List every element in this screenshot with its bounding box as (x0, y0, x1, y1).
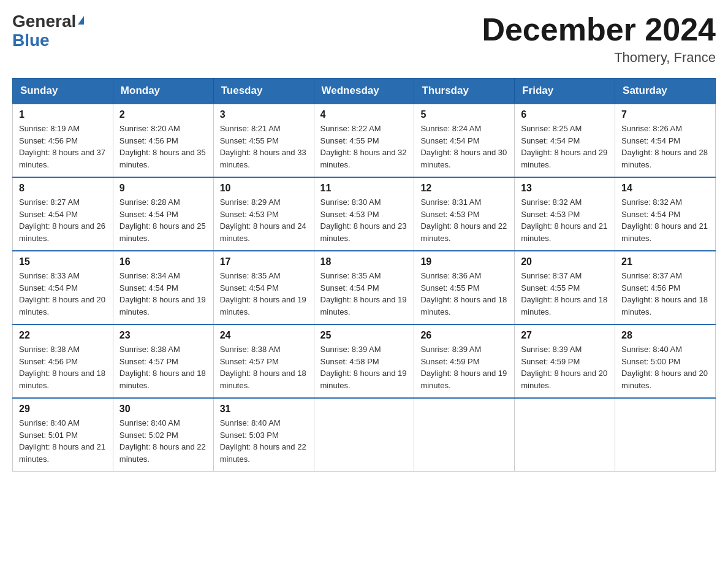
day-info: Sunrise: 8:37 AMSunset: 4:56 PMDaylight:… (621, 271, 708, 316)
logo-triangle-icon (78, 16, 84, 25)
table-row: 22 Sunrise: 8:38 AMSunset: 4:56 PMDaylig… (13, 324, 113, 398)
calendar-week-row: 15 Sunrise: 8:33 AMSunset: 4:54 PMDaylig… (13, 251, 716, 324)
day-number: 25 (320, 330, 408, 341)
day-number: 1 (19, 109, 107, 120)
col-thursday: Thursday (414, 79, 515, 104)
day-info: Sunrise: 8:37 AMSunset: 4:55 PMDaylight:… (521, 271, 607, 316)
table-row: 13 Sunrise: 8:32 AMSunset: 4:53 PMDaylig… (515, 177, 615, 251)
day-number: 6 (521, 109, 609, 120)
table-row: 8 Sunrise: 8:27 AMSunset: 4:54 PMDayligh… (13, 177, 113, 251)
day-number: 3 (220, 109, 308, 120)
day-number: 15 (19, 256, 107, 267)
day-number: 26 (420, 330, 508, 341)
table-row: 27 Sunrise: 8:39 AMSunset: 4:59 PMDaylig… (515, 324, 615, 398)
table-row: 23 Sunrise: 8:38 AMSunset: 4:57 PMDaylig… (113, 324, 213, 398)
table-row: 2 Sunrise: 8:20 AMSunset: 4:56 PMDayligh… (113, 104, 213, 177)
day-number: 30 (119, 404, 207, 415)
location-subtitle: Thomery, France (482, 50, 716, 66)
day-info: Sunrise: 8:40 AMSunset: 5:02 PMDaylight:… (119, 418, 206, 464)
table-row: 26 Sunrise: 8:39 AMSunset: 4:59 PMDaylig… (414, 324, 515, 398)
table-row: 4 Sunrise: 8:22 AMSunset: 4:55 PMDayligh… (314, 104, 414, 177)
table-row: 11 Sunrise: 8:30 AMSunset: 4:53 PMDaylig… (314, 177, 414, 251)
table-row (515, 398, 615, 472)
page-header: General Blue December 2024 Thomery, Fran… (12, 12, 716, 66)
day-number: 11 (320, 183, 408, 194)
table-row: 24 Sunrise: 8:38 AMSunset: 4:57 PMDaylig… (213, 324, 314, 398)
day-info: Sunrise: 8:29 AMSunset: 4:53 PMDaylight:… (220, 197, 306, 243)
day-info: Sunrise: 8:25 AMSunset: 4:54 PMDaylight:… (521, 124, 607, 169)
calendar-week-row: 1 Sunrise: 8:19 AMSunset: 4:56 PMDayligh… (13, 104, 716, 177)
day-number: 18 (320, 256, 408, 267)
day-info: Sunrise: 8:19 AMSunset: 4:56 PMDaylight:… (19, 124, 105, 169)
col-tuesday: Tuesday (213, 79, 314, 104)
table-row: 3 Sunrise: 8:21 AMSunset: 4:55 PMDayligh… (213, 104, 314, 177)
logo-text: General Blue (12, 12, 84, 50)
col-wednesday: Wednesday (314, 79, 414, 104)
table-row: 19 Sunrise: 8:36 AMSunset: 4:55 PMDaylig… (414, 251, 515, 324)
day-number: 13 (521, 183, 609, 194)
day-info: Sunrise: 8:20 AMSunset: 4:56 PMDaylight:… (119, 124, 206, 169)
day-info: Sunrise: 8:33 AMSunset: 4:54 PMDaylight:… (19, 271, 105, 316)
day-number: 20 (521, 256, 609, 267)
day-info: Sunrise: 8:35 AMSunset: 4:54 PMDaylight:… (320, 271, 407, 316)
day-info: Sunrise: 8:30 AMSunset: 4:53 PMDaylight:… (320, 197, 407, 243)
table-row: 14 Sunrise: 8:32 AMSunset: 4:54 PMDaylig… (615, 177, 716, 251)
month-year-title: December 2024 (482, 12, 716, 47)
table-row: 17 Sunrise: 8:35 AMSunset: 4:54 PMDaylig… (213, 251, 314, 324)
day-number: 4 (320, 109, 408, 120)
day-info: Sunrise: 8:38 AMSunset: 4:57 PMDaylight:… (220, 345, 306, 390)
table-row: 16 Sunrise: 8:34 AMSunset: 4:54 PMDaylig… (113, 251, 213, 324)
day-number: 16 (119, 256, 207, 267)
day-number: 19 (420, 256, 508, 267)
calendar-header-row: Sunday Monday Tuesday Wednesday Thursday… (13, 79, 716, 104)
day-info: Sunrise: 8:38 AMSunset: 4:57 PMDaylight:… (119, 345, 206, 390)
day-number: 24 (220, 330, 308, 341)
table-row: 29 Sunrise: 8:40 AMSunset: 5:01 PMDaylig… (13, 398, 113, 472)
day-number: 9 (119, 183, 207, 194)
table-row: 28 Sunrise: 8:40 AMSunset: 5:00 PMDaylig… (615, 324, 716, 398)
day-number: 17 (220, 256, 308, 267)
day-info: Sunrise: 8:26 AMSunset: 4:54 PMDaylight:… (621, 124, 708, 169)
calendar-table: Sunday Monday Tuesday Wednesday Thursday… (12, 78, 716, 472)
table-row: 20 Sunrise: 8:37 AMSunset: 4:55 PMDaylig… (515, 251, 615, 324)
day-info: Sunrise: 8:34 AMSunset: 4:54 PMDaylight:… (119, 271, 206, 316)
table-row (414, 398, 515, 472)
table-row: 30 Sunrise: 8:40 AMSunset: 5:02 PMDaylig… (113, 398, 213, 472)
day-number: 23 (119, 330, 207, 341)
table-row: 1 Sunrise: 8:19 AMSunset: 4:56 PMDayligh… (13, 104, 113, 177)
table-row: 12 Sunrise: 8:31 AMSunset: 4:53 PMDaylig… (414, 177, 515, 251)
calendar-week-row: 22 Sunrise: 8:38 AMSunset: 4:56 PMDaylig… (13, 324, 716, 398)
day-info: Sunrise: 8:27 AMSunset: 4:54 PMDaylight:… (19, 197, 105, 243)
table-row (615, 398, 716, 472)
table-row: 5 Sunrise: 8:24 AMSunset: 4:54 PMDayligh… (414, 104, 515, 177)
day-number: 31 (220, 404, 308, 415)
day-number: 2 (119, 109, 207, 120)
table-row: 6 Sunrise: 8:25 AMSunset: 4:54 PMDayligh… (515, 104, 615, 177)
day-info: Sunrise: 8:40 AMSunset: 5:01 PMDaylight:… (19, 418, 105, 464)
table-row: 15 Sunrise: 8:33 AMSunset: 4:54 PMDaylig… (13, 251, 113, 324)
table-row: 18 Sunrise: 8:35 AMSunset: 4:54 PMDaylig… (314, 251, 414, 324)
day-info: Sunrise: 8:31 AMSunset: 4:53 PMDaylight:… (420, 197, 507, 243)
day-info: Sunrise: 8:24 AMSunset: 4:54 PMDaylight:… (420, 124, 507, 169)
day-number: 12 (420, 183, 508, 194)
calendar-week-row: 8 Sunrise: 8:27 AMSunset: 4:54 PMDayligh… (13, 177, 716, 251)
table-row: 10 Sunrise: 8:29 AMSunset: 4:53 PMDaylig… (213, 177, 314, 251)
day-number: 28 (621, 330, 709, 341)
day-number: 5 (420, 109, 508, 120)
table-row: 31 Sunrise: 8:40 AMSunset: 5:03 PMDaylig… (213, 398, 314, 472)
day-number: 10 (220, 183, 308, 194)
day-info: Sunrise: 8:32 AMSunset: 4:53 PMDaylight:… (521, 197, 607, 243)
day-info: Sunrise: 8:39 AMSunset: 4:59 PMDaylight:… (420, 345, 507, 390)
day-info: Sunrise: 8:39 AMSunset: 4:58 PMDaylight:… (320, 345, 407, 390)
table-row: 21 Sunrise: 8:37 AMSunset: 4:56 PMDaylig… (615, 251, 716, 324)
day-info: Sunrise: 8:22 AMSunset: 4:55 PMDaylight:… (320, 124, 407, 169)
day-info: Sunrise: 8:38 AMSunset: 4:56 PMDaylight:… (19, 345, 105, 390)
logo-blue: Blue (12, 31, 50, 50)
day-number: 14 (621, 183, 709, 194)
col-saturday: Saturday (615, 79, 716, 104)
day-number: 7 (621, 109, 709, 120)
day-info: Sunrise: 8:32 AMSunset: 4:54 PMDaylight:… (621, 197, 708, 243)
day-info: Sunrise: 8:40 AMSunset: 5:00 PMDaylight:… (621, 345, 708, 390)
table-row: 25 Sunrise: 8:39 AMSunset: 4:58 PMDaylig… (314, 324, 414, 398)
day-number: 21 (621, 256, 709, 267)
